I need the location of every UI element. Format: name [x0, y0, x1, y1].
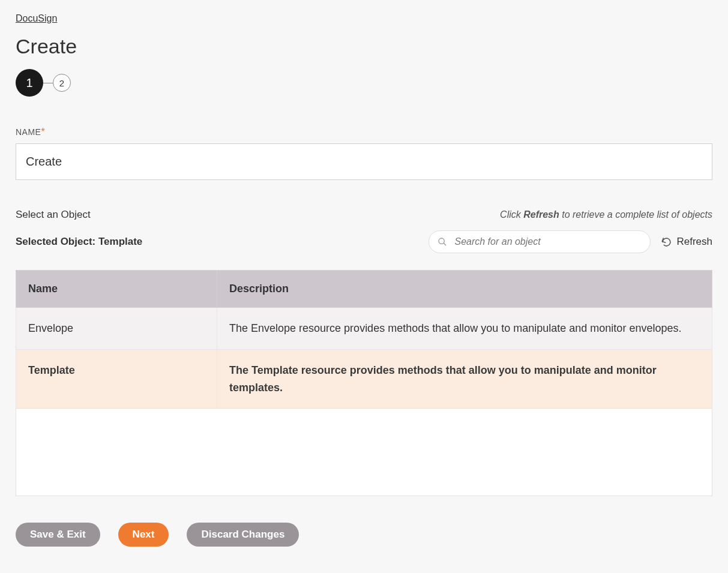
- col-header-description[interactable]: Description: [217, 271, 712, 308]
- cell-name: Template: [16, 349, 217, 409]
- selected-object-label: Selected Object: Template: [16, 236, 142, 248]
- objects-table: Name Description EnvelopeThe Envelope re…: [16, 270, 712, 409]
- discard-changes-button[interactable]: Discard Changes: [187, 523, 299, 547]
- refresh-icon: [661, 237, 672, 247]
- table-empty-area: [16, 409, 712, 496]
- step-2[interactable]: 2: [53, 74, 71, 92]
- svg-line-1: [444, 243, 446, 245]
- refresh-label: Refresh: [676, 236, 712, 248]
- svg-point-0: [439, 238, 444, 244]
- name-input[interactable]: [16, 143, 712, 180]
- search-box[interactable]: [429, 230, 651, 253]
- refresh-button[interactable]: Refresh: [661, 236, 712, 248]
- search-input[interactable]: [453, 236, 642, 248]
- name-field-label: NAME: [16, 127, 41, 137]
- cell-description: The Envelope resource provides methods t…: [217, 308, 712, 350]
- next-button[interactable]: Next: [118, 523, 169, 547]
- stepper: 1 2: [16, 69, 712, 97]
- col-header-name[interactable]: Name: [16, 271, 217, 308]
- search-icon: [438, 237, 447, 247]
- step-connector: [43, 83, 53, 83]
- breadcrumb-link[interactable]: DocuSign: [16, 13, 57, 24]
- page-title: Create: [16, 35, 712, 58]
- table-row[interactable]: TemplateThe Template resource provides m…: [16, 349, 712, 409]
- step-1[interactable]: 1: [16, 69, 43, 97]
- required-indicator: *: [41, 127, 44, 137]
- save-exit-button[interactable]: Save & Exit: [16, 523, 100, 547]
- refresh-hint: Click Refresh to retrieve a complete lis…: [500, 209, 712, 220]
- cell-description: The Template resource provides methods t…: [217, 349, 712, 409]
- select-object-label: Select an Object: [16, 209, 91, 221]
- cell-name: Envelope: [16, 308, 217, 350]
- table-row[interactable]: EnvelopeThe Envelope resource provides m…: [16, 308, 712, 350]
